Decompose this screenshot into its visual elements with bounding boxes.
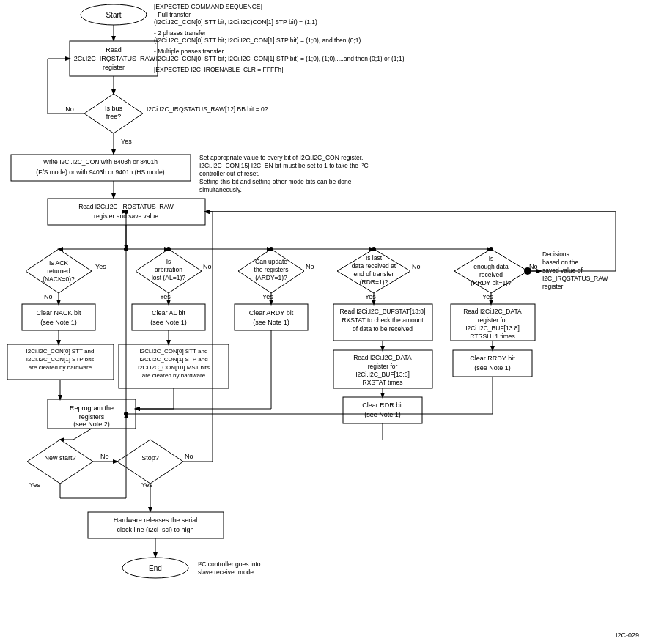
svg-text:the registers: the registers (254, 266, 289, 273)
svg-text:RXSTAT times: RXSTAT times (363, 379, 403, 386)
svg-text:(see Note 1): (see Note 1) (364, 411, 401, 418)
svg-text:- Full transfer: - Full transfer (154, 11, 191, 18)
svg-text:enough data: enough data (473, 263, 509, 270)
rdr-yes-label: Yes (365, 293, 376, 300)
write-con-label: Write I2Ci.I2C_CON with 8403h or 8401h (43, 158, 158, 166)
clear-al-label: Clear AL bit (152, 309, 186, 317)
arb-yes-label: Yes (160, 293, 171, 300)
svg-text:[EXPECTED I2C_IRQENABLE_CLR = : [EXPECTED I2C_IRQENABLE_CLR = FFFFh] (154, 66, 283, 73)
svg-text:are cleared by hardware: are cleared by hardware (29, 364, 92, 371)
svg-text:RTRSH+1 times: RTRSH+1 times (470, 333, 514, 340)
svg-text:simultaneously.: simultaneously. (199, 186, 242, 193)
svg-text:- 2 phases transfer: - 2 phases transfer (154, 29, 206, 37)
svg-text:lost (AL=1)?: lost (AL=1)? (152, 274, 185, 281)
svg-text:I2Ci.I2C_BUF[13:8]: I2Ci.I2C_BUF[13:8] (355, 371, 410, 378)
stop-no: No (185, 453, 193, 460)
svg-text:(see Note 1): (see Note 1) (474, 364, 511, 371)
svg-text:data received at: data received at (352, 262, 396, 270)
new-start-no: No (100, 453, 109, 460)
svg-text:(I2Ci.I2C_CON[0] STT bit; I2Ci: (I2Ci.I2C_CON[0] STT bit; I2Ci.I2C_CON[1… (154, 55, 405, 62)
clear-rdr-label: Clear RDR bit (362, 401, 403, 409)
i2c-receiver-label: I²C controller goes into (198, 560, 261, 568)
can-update-label: Can update (255, 258, 287, 265)
svg-text:RXSTAT to check the amount: RXSTAT to check the amount (342, 317, 424, 324)
svg-rect-66 (22, 304, 95, 330)
clear-ardy-label: Clear ARDY bit (249, 309, 294, 317)
svg-text:(RDR=1)?: (RDR=1)? (360, 278, 388, 286)
svg-text:register: register (542, 283, 564, 290)
rrdy-yes-label: Yes (482, 293, 493, 300)
ardy-no-label: No (306, 263, 314, 270)
svg-line-120 (73, 429, 92, 440)
svg-text:I2Ci.I2C_CON[15] I2C_EN bit mu: I2Ci.I2C_CON[15] I2C_EN bit must be set … (199, 162, 369, 169)
diagram-container: Start Read I2Ci.I2C_IRQSTATUS_RAW regist… (0, 0, 664, 644)
new-start-yes: Yes (29, 481, 40, 489)
is-enough-label: Is (489, 255, 494, 262)
no-bus-free: No (65, 106, 74, 113)
svg-text:controller out of reset.: controller out of reset. (199, 170, 259, 177)
flowchart-svg: Start Read I2Ci.I2C_IRQSTATUS_RAW regist… (0, 0, 664, 644)
svg-text:register: register (103, 64, 125, 71)
svg-marker-122 (117, 440, 183, 484)
svg-text:slave receiver mode.: slave receiver mode. (198, 569, 255, 576)
read-bufstat-label: Read I2Ci.I2C_BUFSTAT[13:8] (340, 308, 426, 315)
end-label: End (149, 564, 162, 572)
svg-text:arbitration: arbitration (155, 266, 182, 273)
svg-point-57 (166, 247, 171, 251)
con-bits1-label: I2Ci.I2C_CON[0] STT and (26, 348, 95, 355)
svg-text:(see Note 1): (see Note 1) (40, 319, 77, 326)
clear-rrdy-label: Clear RRDY bit (470, 355, 515, 362)
svg-text:of data to be received: of data to be received (353, 325, 413, 333)
reprogram-label: Reprogram the (70, 404, 114, 412)
svg-text:I2Ci.I2C_BUF[13:8]: I2Ci.I2C_BUF[13:8] (465, 325, 520, 332)
svg-text:I2Ci.I2C_CON[1] STP bits: I2Ci.I2C_CON[1] STP bits (26, 356, 94, 363)
svg-text:are cleared by hardware: are cleared by hardware (142, 372, 206, 379)
read-irq2-label: Read I2Ci.I2C_IRQSTATUS_RAW (78, 203, 174, 210)
read-data-rdr-label: Read I2Ci.I2C_DATA (353, 354, 412, 361)
svg-point-58 (269, 247, 273, 251)
svg-text:I2Ci.I2C_CON[1] STP and: I2Ci.I2C_CON[1] STP and (139, 356, 207, 363)
decisions-label: Decisions (542, 251, 569, 258)
bb-check-label: I2Ci.I2C_IRQSTATUS_RAW[12] BB bit = 0? (147, 106, 268, 113)
svg-text:I2Ci.I2C_IRQSTATUS_RAW: I2Ci.I2C_IRQSTATUS_RAW (72, 55, 155, 62)
svg-marker-119 (27, 440, 93, 484)
svg-text:(I2Ci.I2C_CON[0] STT bit; I2Ci: (I2Ci.I2C_CON[0] STT bit; I2Ci.I2C)CON[1… (154, 18, 317, 26)
rrdy-no-label: No (529, 263, 538, 270)
svg-text:free?: free? (106, 113, 122, 120)
set-bits-label: Set appropriate value to every bit of I2… (199, 154, 363, 161)
is-arb-label: Is (166, 258, 171, 265)
svg-text:received: received (479, 271, 503, 278)
expected-seq-label: [EXPECTED COMMAND SEQUENCE] (154, 3, 262, 10)
svg-point-130 (124, 412, 128, 416)
yes-bus-free: Yes (121, 138, 132, 145)
svg-text:(ARDY=1)?: (ARDY=1)? (255, 274, 287, 281)
svg-text:returned: returned (47, 267, 70, 275)
svg-text:I2C_IRQSTATUS_RAW: I2C_IRQSTATUS_RAW (542, 275, 608, 282)
is-last-label: Is last (366, 254, 383, 262)
svg-text:(see Note 2): (see Note 2) (73, 421, 110, 428)
svg-text:I2Ci.I2C_CON[10] MST bits: I2Ci.I2C_CON[10] MST bits (138, 364, 210, 371)
svg-rect-69 (132, 304, 205, 330)
svg-text:- Multiple phases transfer: - Multiple phases transfer (154, 48, 224, 55)
ack-no-label: No (44, 293, 53, 300)
svg-rect-72 (235, 304, 308, 330)
hw-release-label: Hardware releases the serial (114, 517, 198, 524)
stop-label: Stop? (141, 454, 159, 462)
svg-text:registers: registers (79, 413, 105, 421)
con-bits2-label: I2Ci.I2C_CON[0] STT and (140, 348, 208, 355)
svg-text:register for: register for (478, 317, 508, 324)
svg-text:(RRDY bit=1)?: (RRDY bit=1)? (471, 279, 512, 286)
ardy-yes-label: Yes (262, 293, 273, 300)
svg-point-60 (489, 247, 493, 251)
svg-text:Setting this bit and setting o: Setting this bit and setting other mode … (199, 178, 352, 185)
svg-text:(see Note 1): (see Note 1) (253, 319, 289, 326)
is-bus-free-label: Is bus (105, 105, 123, 112)
read-irq1-label: Read (106, 46, 122, 53)
svg-text:(see Note 1): (see Note 1) (150, 319, 187, 326)
svg-text:register for: register for (368, 363, 398, 370)
arb-no-label: No (203, 263, 212, 270)
diagram-id-label: I2C-029 (616, 632, 639, 639)
svg-text:(NACK=0)?: (NACK=0)? (43, 275, 75, 283)
svg-text:end of transfer: end of transfer (354, 270, 394, 278)
clear-nack-label: Clear NACK bit (36, 309, 81, 317)
